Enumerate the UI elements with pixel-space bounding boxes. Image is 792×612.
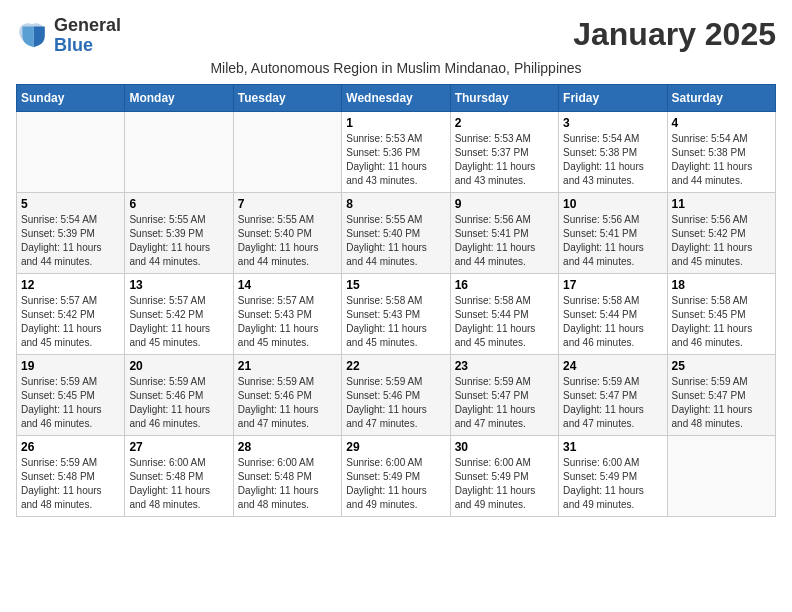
day-number: 18 (672, 278, 771, 292)
weekday-header: Sunday (17, 84, 125, 111)
calendar-week-row: 5Sunrise: 5:54 AM Sunset: 5:39 PM Daylig… (17, 192, 776, 273)
calendar-cell: 31Sunrise: 6:00 AM Sunset: 5:49 PM Dayli… (559, 435, 667, 516)
day-number: 8 (346, 197, 445, 211)
day-info: Sunrise: 5:59 AM Sunset: 5:48 PM Dayligh… (21, 456, 120, 512)
day-number: 14 (238, 278, 337, 292)
day-number: 4 (672, 116, 771, 130)
day-number: 21 (238, 359, 337, 373)
day-info: Sunrise: 5:57 AM Sunset: 5:42 PM Dayligh… (129, 294, 228, 350)
day-info: Sunrise: 5:56 AM Sunset: 5:41 PM Dayligh… (563, 213, 662, 269)
day-info: Sunrise: 5:54 AM Sunset: 5:39 PM Dayligh… (21, 213, 120, 269)
calendar-cell: 11Sunrise: 5:56 AM Sunset: 5:42 PM Dayli… (667, 192, 775, 273)
calendar-cell: 1Sunrise: 5:53 AM Sunset: 5:36 PM Daylig… (342, 111, 450, 192)
weekday-header: Tuesday (233, 84, 341, 111)
logo-text: General Blue (54, 16, 121, 56)
day-number: 23 (455, 359, 554, 373)
calendar-cell: 25Sunrise: 5:59 AM Sunset: 5:47 PM Dayli… (667, 354, 775, 435)
weekday-header: Saturday (667, 84, 775, 111)
logo-blue: Blue (54, 35, 93, 55)
day-info: Sunrise: 5:53 AM Sunset: 5:37 PM Dayligh… (455, 132, 554, 188)
logo-icon (16, 20, 48, 52)
logo: General Blue (16, 16, 121, 56)
calendar-cell: 26Sunrise: 5:59 AM Sunset: 5:48 PM Dayli… (17, 435, 125, 516)
day-info: Sunrise: 5:56 AM Sunset: 5:42 PM Dayligh… (672, 213, 771, 269)
day-number: 15 (346, 278, 445, 292)
day-info: Sunrise: 5:53 AM Sunset: 5:36 PM Dayligh… (346, 132, 445, 188)
day-info: Sunrise: 5:56 AM Sunset: 5:41 PM Dayligh… (455, 213, 554, 269)
calendar-cell: 13Sunrise: 5:57 AM Sunset: 5:42 PM Dayli… (125, 273, 233, 354)
day-number: 13 (129, 278, 228, 292)
day-number: 20 (129, 359, 228, 373)
title-section: January 2025 (573, 16, 776, 53)
subtitle: Mileb, Autonomous Region in Muslim Minda… (16, 60, 776, 76)
calendar-table: SundayMondayTuesdayWednesdayThursdayFrid… (16, 84, 776, 517)
day-number: 3 (563, 116, 662, 130)
logo-general: General (54, 15, 121, 35)
day-info: Sunrise: 5:57 AM Sunset: 5:42 PM Dayligh… (21, 294, 120, 350)
day-info: Sunrise: 5:59 AM Sunset: 5:47 PM Dayligh… (563, 375, 662, 431)
weekday-header: Friday (559, 84, 667, 111)
calendar-cell: 10Sunrise: 5:56 AM Sunset: 5:41 PM Dayli… (559, 192, 667, 273)
page-header: General Blue January 2025 (16, 16, 776, 56)
calendar-cell: 21Sunrise: 5:59 AM Sunset: 5:46 PM Dayli… (233, 354, 341, 435)
calendar-cell: 9Sunrise: 5:56 AM Sunset: 5:41 PM Daylig… (450, 192, 558, 273)
weekday-header: Monday (125, 84, 233, 111)
day-info: Sunrise: 5:59 AM Sunset: 5:46 PM Dayligh… (238, 375, 337, 431)
calendar-cell: 17Sunrise: 5:58 AM Sunset: 5:44 PM Dayli… (559, 273, 667, 354)
day-number: 22 (346, 359, 445, 373)
calendar-cell (233, 111, 341, 192)
day-info: Sunrise: 5:55 AM Sunset: 5:39 PM Dayligh… (129, 213, 228, 269)
calendar-cell (17, 111, 125, 192)
calendar-cell: 28Sunrise: 6:00 AM Sunset: 5:48 PM Dayli… (233, 435, 341, 516)
day-number: 1 (346, 116, 445, 130)
calendar-week-row: 1Sunrise: 5:53 AM Sunset: 5:36 PM Daylig… (17, 111, 776, 192)
day-number: 12 (21, 278, 120, 292)
day-number: 16 (455, 278, 554, 292)
day-info: Sunrise: 5:59 AM Sunset: 5:46 PM Dayligh… (346, 375, 445, 431)
day-info: Sunrise: 6:00 AM Sunset: 5:49 PM Dayligh… (455, 456, 554, 512)
day-info: Sunrise: 5:59 AM Sunset: 5:47 PM Dayligh… (672, 375, 771, 431)
day-info: Sunrise: 5:59 AM Sunset: 5:45 PM Dayligh… (21, 375, 120, 431)
day-info: Sunrise: 6:00 AM Sunset: 5:49 PM Dayligh… (563, 456, 662, 512)
day-number: 31 (563, 440, 662, 454)
calendar-cell (667, 435, 775, 516)
day-number: 30 (455, 440, 554, 454)
calendar-cell: 18Sunrise: 5:58 AM Sunset: 5:45 PM Dayli… (667, 273, 775, 354)
day-info: Sunrise: 6:00 AM Sunset: 5:49 PM Dayligh… (346, 456, 445, 512)
calendar-week-row: 19Sunrise: 5:59 AM Sunset: 5:45 PM Dayli… (17, 354, 776, 435)
day-number: 10 (563, 197, 662, 211)
day-number: 28 (238, 440, 337, 454)
day-info: Sunrise: 5:54 AM Sunset: 5:38 PM Dayligh… (563, 132, 662, 188)
day-info: Sunrise: 5:59 AM Sunset: 5:47 PM Dayligh… (455, 375, 554, 431)
day-number: 27 (129, 440, 228, 454)
day-number: 19 (21, 359, 120, 373)
calendar-cell: 27Sunrise: 6:00 AM Sunset: 5:48 PM Dayli… (125, 435, 233, 516)
day-number: 9 (455, 197, 554, 211)
calendar-cell: 7Sunrise: 5:55 AM Sunset: 5:40 PM Daylig… (233, 192, 341, 273)
day-info: Sunrise: 5:59 AM Sunset: 5:46 PM Dayligh… (129, 375, 228, 431)
calendar-cell: 30Sunrise: 6:00 AM Sunset: 5:49 PM Dayli… (450, 435, 558, 516)
day-info: Sunrise: 5:55 AM Sunset: 5:40 PM Dayligh… (346, 213, 445, 269)
calendar-week-row: 26Sunrise: 5:59 AM Sunset: 5:48 PM Dayli… (17, 435, 776, 516)
calendar-cell: 29Sunrise: 6:00 AM Sunset: 5:49 PM Dayli… (342, 435, 450, 516)
month-title: January 2025 (573, 16, 776, 53)
day-info: Sunrise: 5:58 AM Sunset: 5:45 PM Dayligh… (672, 294, 771, 350)
calendar-cell: 8Sunrise: 5:55 AM Sunset: 5:40 PM Daylig… (342, 192, 450, 273)
calendar-cell: 4Sunrise: 5:54 AM Sunset: 5:38 PM Daylig… (667, 111, 775, 192)
day-number: 6 (129, 197, 228, 211)
calendar-cell: 23Sunrise: 5:59 AM Sunset: 5:47 PM Dayli… (450, 354, 558, 435)
day-number: 24 (563, 359, 662, 373)
calendar-cell: 5Sunrise: 5:54 AM Sunset: 5:39 PM Daylig… (17, 192, 125, 273)
day-number: 2 (455, 116, 554, 130)
calendar-cell: 6Sunrise: 5:55 AM Sunset: 5:39 PM Daylig… (125, 192, 233, 273)
calendar-cell: 24Sunrise: 5:59 AM Sunset: 5:47 PM Dayli… (559, 354, 667, 435)
calendar-cell: 20Sunrise: 5:59 AM Sunset: 5:46 PM Dayli… (125, 354, 233, 435)
day-info: Sunrise: 5:58 AM Sunset: 5:43 PM Dayligh… (346, 294, 445, 350)
calendar-week-row: 12Sunrise: 5:57 AM Sunset: 5:42 PM Dayli… (17, 273, 776, 354)
calendar-cell: 12Sunrise: 5:57 AM Sunset: 5:42 PM Dayli… (17, 273, 125, 354)
day-info: Sunrise: 5:55 AM Sunset: 5:40 PM Dayligh… (238, 213, 337, 269)
calendar-cell: 14Sunrise: 5:57 AM Sunset: 5:43 PM Dayli… (233, 273, 341, 354)
calendar-cell: 15Sunrise: 5:58 AM Sunset: 5:43 PM Dayli… (342, 273, 450, 354)
day-number: 29 (346, 440, 445, 454)
calendar-cell (125, 111, 233, 192)
